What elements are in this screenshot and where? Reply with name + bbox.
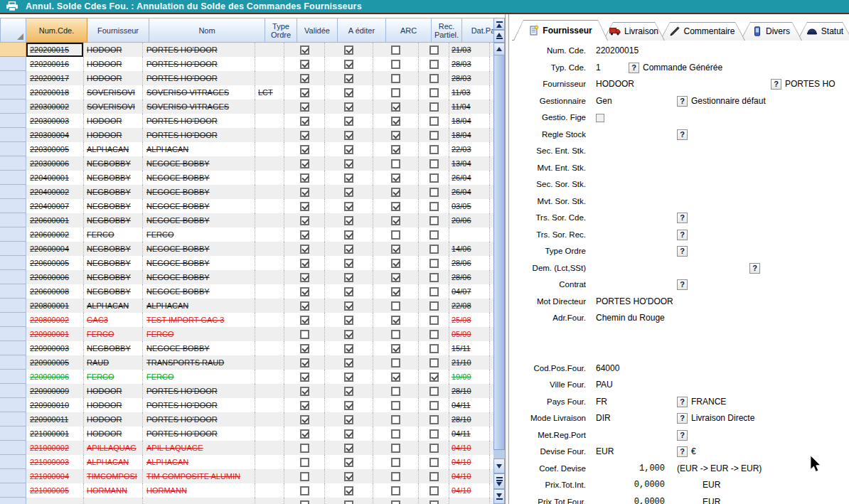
cell-arc[interactable]: [373, 441, 419, 455]
checkbox-arc[interactable]: [391, 74, 400, 83]
row-selector[interactable]: [0, 469, 26, 483]
checkbox-rec_partiel[interactable]: [429, 372, 439, 382]
cell-num[interactable]: 220900009: [26, 384, 84, 398]
cell-fournisseur[interactable]: HODOOR: [84, 114, 143, 128]
cell-a_editer[interactable]: [325, 142, 373, 156]
checkbox-a_editer[interactable]: [344, 259, 353, 268]
cell-rec_partiel[interactable]: [419, 270, 449, 284]
cell-num[interactable]: 220200016: [26, 57, 84, 71]
row-selector[interactable]: [0, 427, 26, 441]
cell-fournisseur[interactable]: NEGBOBBY: [84, 171, 143, 185]
cell-arc[interactable]: [373, 256, 419, 270]
cell-rec_partiel[interactable]: [419, 355, 449, 370]
checkbox-a_editer[interactable]: [344, 88, 353, 97]
field-value[interactable]: 1,000: [596, 461, 665, 478]
checkbox-rec_partiel[interactable]: [429, 458, 439, 467]
cell-nom[interactable]: ALPHACAN: [143, 142, 255, 156]
cell-arc[interactable]: [373, 498, 419, 504]
checkbox-arc[interactable]: [391, 131, 400, 140]
cell-type_ordre[interactable]: [255, 142, 284, 156]
cell-type_ordre[interactable]: [255, 355, 284, 370]
tab-fournisseur[interactable]: Fournisseur: [513, 20, 608, 41]
cell-num[interactable]: 220400002: [26, 185, 84, 199]
cell-a_editer[interactable]: [325, 100, 373, 114]
cell-rec_partiel[interactable]: [419, 100, 449, 114]
cell-fournisseur[interactable]: ALPHACAN: [84, 299, 143, 313]
checkbox-a_editer[interactable]: [344, 344, 353, 353]
cell-nom[interactable]: NEGOCE BOBBY: [143, 270, 255, 284]
cell-arc[interactable]: [373, 370, 419, 384]
lookup-question-button[interactable]: ?: [749, 263, 760, 274]
cell-nom[interactable]: PORTES HO'DOOR: [143, 128, 255, 142]
checkbox-validee[interactable]: [300, 358, 309, 368]
cell-fournisseur[interactable]: HODOOR: [84, 43, 143, 57]
cell-validee[interactable]: [284, 313, 325, 327]
cell-nom[interactable]: TIM COMPOSITE ALUMIN: [143, 469, 255, 483]
checkbox-a_editer[interactable]: [344, 486, 353, 495]
cell-fournisseur[interactable]: RAUD: [84, 355, 143, 370]
cell-nom[interactable]: SOVERISO VITRAGES: [143, 85, 255, 100]
cell-nom[interactable]: TEST IMPORT GAC 3: [143, 313, 255, 327]
row-selector[interactable]: [0, 455, 26, 469]
cell-type_ordre[interactable]: [255, 412, 284, 427]
cell-validee[interactable]: [284, 270, 325, 284]
cell-fournisseur[interactable]: HODOOR: [84, 128, 143, 142]
row-selector[interactable]: [0, 256, 26, 270]
cell-num[interactable]: 220400007: [26, 199, 84, 213]
cell-arc[interactable]: [373, 313, 419, 327]
cell-fournisseur[interactable]: ALPHACAN: [84, 455, 143, 469]
checkbox-arc[interactable]: [391, 372, 400, 382]
cell-validee[interactable]: [284, 469, 325, 483]
cell-num[interactable]: 220300006: [26, 156, 84, 171]
field-value[interactable]: DIR: [596, 410, 611, 427]
cell-a_editer[interactable]: [325, 498, 373, 504]
checkbox-a_editer[interactable]: [344, 74, 353, 83]
cell-date[interactable]: 25/08: [449, 313, 490, 327]
cell-date[interactable]: 28/06: [449, 270, 490, 284]
cell-fournisseur[interactable]: SOVERISOVI: [84, 100, 143, 114]
checkbox-rec_partiel[interactable]: [429, 60, 439, 69]
cell-validee[interactable]: [284, 412, 325, 427]
cell-date[interactable]: 28/03: [449, 71, 490, 85]
cell-a_editer[interactable]: [325, 213, 373, 227]
cell-rec_partiel[interactable]: [419, 142, 449, 156]
cell-date[interactable]: 22/03: [449, 142, 490, 156]
cell-num[interactable]: 220400001: [26, 171, 84, 185]
cell-a_editer[interactable]: [325, 43, 373, 57]
scroll-bottom-icon[interactable]: [493, 489, 505, 504]
row-selector[interactable]: [0, 355, 26, 370]
cell-a_editer[interactable]: [325, 85, 373, 100]
cell-arc[interactable]: [373, 327, 419, 341]
cell-fournisseur[interactable]: FERCO: [84, 227, 143, 242]
cell-rec_partiel[interactable]: [419, 256, 449, 270]
cell-arc[interactable]: [373, 341, 419, 355]
cell-validee[interactable]: [284, 156, 325, 171]
cell-type_ordre[interactable]: [255, 455, 284, 469]
checkbox-a_editer[interactable]: [344, 131, 353, 140]
checkbox-rec_partiel[interactable]: [429, 45, 439, 55]
cell-rec_partiel[interactable]: [419, 156, 449, 171]
cell-validee[interactable]: [284, 213, 325, 227]
cell-a_editer[interactable]: [325, 355, 373, 370]
checkbox-arc[interactable]: [391, 159, 400, 168]
cell-rec_partiel[interactable]: [419, 427, 449, 441]
lookup-question-button[interactable]: ?: [677, 413, 688, 424]
column-header-num[interactable]: Num.Cde.: [26, 18, 87, 43]
cell-a_editer[interactable]: [325, 299, 373, 313]
cell-rec_partiel[interactable]: [419, 227, 449, 242]
checkbox-arc[interactable]: [391, 486, 400, 495]
cell-validee[interactable]: [284, 128, 325, 142]
cell-arc[interactable]: [373, 156, 419, 171]
cell-date[interactable]: 04/10: [449, 483, 490, 498]
cell-validee[interactable]: [284, 256, 325, 270]
cell-type_ordre[interactable]: [255, 185, 284, 199]
cell-fournisseur[interactable]: NEGBOBBY: [84, 213, 143, 227]
cell-num[interactable]: 220600005: [26, 256, 84, 270]
cell-date[interactable]: 21/03: [449, 43, 490, 57]
cell-fournisseur[interactable]: NEGBOBBY: [84, 270, 143, 284]
cell-rec_partiel[interactable]: [419, 284, 449, 299]
row-selector[interactable]: [0, 299, 26, 313]
cell-arc[interactable]: [373, 455, 419, 469]
cell-arc[interactable]: [373, 270, 419, 284]
checkbox-rec_partiel[interactable]: [429, 387, 439, 396]
